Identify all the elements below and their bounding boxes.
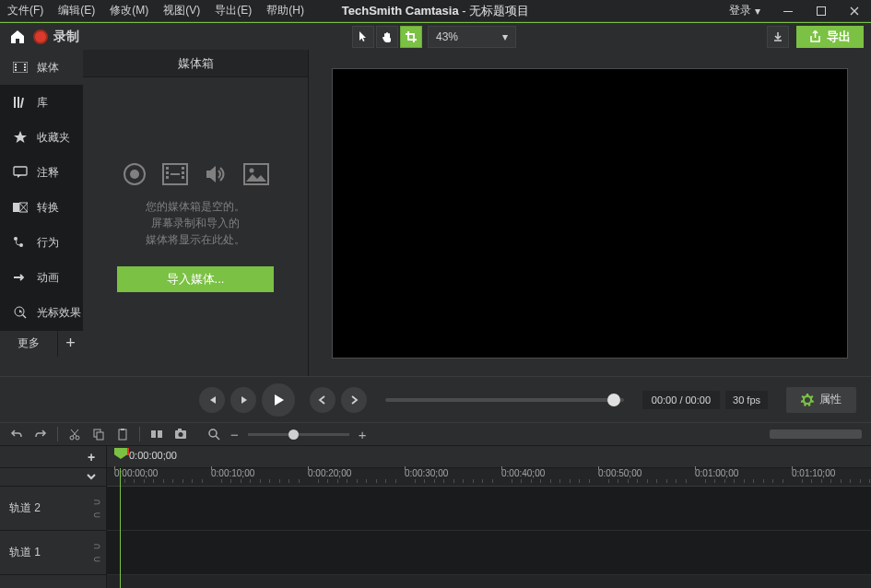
sidebar-transitions[interactable]: 转换 xyxy=(0,190,83,225)
properties-button[interactable]: 属性 xyxy=(786,387,856,413)
timeline-horizontal-scroll[interactable] xyxy=(770,429,862,439)
sidebar-library[interactable]: 库 xyxy=(0,85,83,120)
tools-sidebar: 媒体 库 收藏夹 注释 转换 行为 xyxy=(0,50,83,330)
audio-placeholder-icon xyxy=(203,161,229,187)
home-button[interactable] xyxy=(7,27,28,47)
track-lock-icon[interactable]: ⊂ xyxy=(91,510,102,521)
screenshot-button[interactable] xyxy=(173,427,188,441)
maximize-button[interactable] xyxy=(805,0,838,22)
track-1[interactable] xyxy=(107,531,871,575)
fps-display[interactable]: 30 fps xyxy=(725,391,768,409)
sidebar-behaviors[interactable]: 行为 xyxy=(0,225,83,260)
hand-tool[interactable] xyxy=(376,26,398,48)
track-2[interactable] xyxy=(107,487,871,531)
import-media-button[interactable]: 导入媒体... xyxy=(117,266,274,292)
menu-help[interactable]: 帮助(H) xyxy=(266,3,304,18)
cut-button[interactable] xyxy=(67,427,82,441)
svg-rect-22 xyxy=(166,176,169,179)
sidebar-item-label: 注释 xyxy=(37,165,59,181)
more-button[interactable]: 更多 xyxy=(0,335,57,351)
svg-rect-10 xyxy=(18,97,19,108)
pointer-tool[interactable] xyxy=(352,26,374,48)
playhead-row[interactable]: 0:00:00;00 xyxy=(107,446,871,468)
record-placeholder-icon xyxy=(122,161,147,187)
gear-icon xyxy=(801,394,814,406)
track-area[interactable]: 0:00:00;00 0:00:00;000:00:10;000:00:20;0… xyxy=(107,446,871,588)
play-button[interactable] xyxy=(262,383,295,417)
timeline-ruler[interactable]: 0:00:00;000:00:10;000:00:20;000:00:30;00… xyxy=(107,468,871,487)
redo-button[interactable] xyxy=(33,427,48,441)
record-icon xyxy=(33,29,48,44)
record-button[interactable]: 录制 xyxy=(33,29,79,45)
sidebar-item-label: 媒体 xyxy=(37,60,59,76)
step-back-button[interactable] xyxy=(230,387,256,413)
export-button[interactable]: 导出 xyxy=(796,26,864,48)
zoom-in-button[interactable]: + xyxy=(359,427,367,442)
svg-rect-35 xyxy=(151,430,156,438)
svg-rect-33 xyxy=(119,429,126,440)
track-header-2[interactable]: 轨道 2 ⊃ ⊂ xyxy=(0,487,106,531)
menu-view[interactable]: 视图(V) xyxy=(163,3,200,18)
track-label: 轨道 2 xyxy=(9,500,41,516)
track-link-icon[interactable]: ⊃ xyxy=(91,541,102,552)
track-header-1[interactable]: 轨道 1 ⊃ ⊂ xyxy=(0,531,106,575)
timeline-zoom-slider[interactable] xyxy=(248,433,349,436)
prev-marker-button[interactable] xyxy=(310,387,335,413)
menu-file[interactable]: 文件(F) xyxy=(7,3,43,18)
next-marker-button[interactable] xyxy=(341,387,367,413)
track-lock-icon[interactable]: ⊂ xyxy=(91,554,102,565)
paste-button[interactable] xyxy=(115,427,130,441)
track-label: 轨道 1 xyxy=(9,545,41,560)
canvas-zoom-dropdown[interactable]: 43%▾ xyxy=(428,26,516,48)
minimize-button[interactable] xyxy=(771,0,805,22)
add-tool-button[interactable]: + xyxy=(57,331,83,357)
sidebar-more-bar: 更多 + xyxy=(0,330,83,356)
menu-items: 文件(F) 编辑(E) 修改(M) 视图(V) 导出(E) 帮助(H) xyxy=(7,3,304,18)
sidebar-animations[interactable]: 动画 xyxy=(0,260,83,295)
ruler-tick: 0:01:00;00 xyxy=(695,468,738,478)
ruler-tick: 0:01:10;00 xyxy=(792,468,835,478)
collapse-tracks-button[interactable] xyxy=(84,470,99,485)
svg-rect-25 xyxy=(182,176,184,179)
download-button[interactable] xyxy=(767,26,789,48)
zoom-out-button[interactable]: − xyxy=(230,427,239,442)
sidebar-item-label: 光标效果 xyxy=(37,305,81,321)
sidebar-annotations[interactable]: 注释 xyxy=(0,155,83,190)
library-icon xyxy=(13,95,28,110)
playback-scrubber[interactable] xyxy=(385,398,624,402)
timeline-zoom: − + xyxy=(206,427,367,442)
svg-point-38 xyxy=(179,432,183,437)
menu-edit[interactable]: 编辑(E) xyxy=(58,3,95,18)
window-title: TechSmith Camtasia - 无标题项目 xyxy=(342,3,529,19)
copy-button[interactable] xyxy=(91,427,106,441)
split-button[interactable] xyxy=(149,427,164,441)
crop-tool[interactable] xyxy=(400,26,422,48)
star-icon xyxy=(13,130,28,145)
zoom-slider-thumb[interactable] xyxy=(288,429,299,440)
sidebar-media[interactable]: 媒体 xyxy=(0,50,83,85)
close-button[interactable] xyxy=(838,0,871,22)
svg-point-29 xyxy=(70,436,74,440)
playhead[interactable] xyxy=(114,448,127,459)
menu-export[interactable]: 导出(E) xyxy=(215,3,252,18)
ruler-tick: 0:00:40;00 xyxy=(501,468,545,478)
scrubber-thumb[interactable] xyxy=(607,394,620,406)
playhead-marker[interactable] xyxy=(114,448,127,459)
svg-rect-23 xyxy=(182,167,184,170)
svg-rect-3 xyxy=(15,64,17,65)
sidebar-favorites[interactable]: 收藏夹 xyxy=(0,120,83,155)
undo-button[interactable] xyxy=(9,427,24,441)
prev-clip-button[interactable] xyxy=(199,387,225,413)
media-bin-empty-state: 您的媒体箱是空的。 屏幕录制和导入的 媒体将显示在此处。 导入媒体... xyxy=(83,77,308,376)
svg-point-30 xyxy=(76,436,79,440)
add-track-button[interactable]: + xyxy=(84,450,99,465)
menu-modify[interactable]: 修改(M) xyxy=(110,3,148,18)
sidebar-item-label: 收藏夹 xyxy=(37,130,70,146)
login-dropdown[interactable]: 登录▾ xyxy=(729,3,760,18)
zoom-search-icon[interactable] xyxy=(206,427,221,441)
sidebar-cursor-effects[interactable]: 光标效果 xyxy=(0,295,83,330)
svg-rect-11 xyxy=(20,98,24,108)
preview-canvas[interactable] xyxy=(332,68,848,359)
svg-rect-20 xyxy=(166,167,169,170)
track-link-icon[interactable]: ⊃ xyxy=(91,497,102,508)
